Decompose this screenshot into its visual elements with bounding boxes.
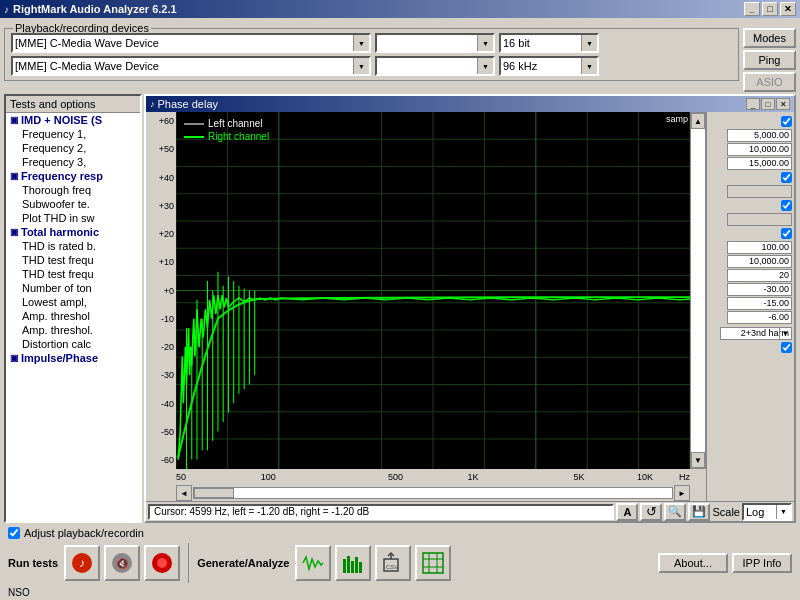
graph-canvas: Left channel Right channel samp <box>176 112 690 469</box>
rp-check-16[interactable] <box>781 342 792 353</box>
y-axis: +60 +50 +40 +30 +20 +10 +0 -10 -20 -30 - <box>146 112 176 469</box>
phase-status-bar: Cursor: 4599 Hz, left = -1.20 dB, right … <box>146 501 794 521</box>
rp-val-2[interactable]: 10,000.00 <box>727 143 792 156</box>
save-button[interactable]: 💾 <box>688 503 710 521</box>
dropdown-arrow[interactable]: ▼ <box>779 328 791 339</box>
device2-select[interactable]: [MME] C-Media Wave Device ▼ <box>11 56 371 76</box>
rp-val-11[interactable]: 20 <box>727 269 792 282</box>
tree-freqresp-category[interactable]: ▣ Frequency resp <box>6 169 140 183</box>
close-button[interactable]: ✕ <box>780 2 796 16</box>
h-scroll-track[interactable] <box>193 487 673 499</box>
rp-val-12[interactable]: -30.00 <box>727 283 792 296</box>
tree-amp1[interactable]: Amp. threshol <box>6 309 140 323</box>
run-test-btn2[interactable]: 🔇 <box>104 545 140 581</box>
tree-plotthd[interactable]: Plot THD in sw <box>6 211 140 225</box>
rp-check-6[interactable] <box>781 200 792 211</box>
tree-impulse-category[interactable]: ▣ Impulse/Phase <box>6 351 140 365</box>
legend-right-label: Right channel <box>208 131 269 142</box>
rp-val-10[interactable]: 10,000.00 <box>727 255 792 268</box>
rp-check-8[interactable] <box>781 228 792 239</box>
record-icon <box>150 551 174 575</box>
nso-label: NSO <box>0 587 800 600</box>
phase-icon: ♪ <box>150 99 155 109</box>
minimize-button[interactable]: _ <box>744 2 760 16</box>
x-axis-labels: 50 100 500 1K 5K 10K Hz <box>176 469 706 485</box>
ping-button[interactable]: Ping <box>743 50 796 70</box>
gen-btn3[interactable]: CSV <box>375 545 411 581</box>
h-scrollbar[interactable]: ◄ ► <box>176 485 706 501</box>
rp-row-16 <box>709 340 792 354</box>
scroll-up-arrow[interactable]: ▲ <box>691 113 705 129</box>
rp-check-4[interactable] <box>781 172 792 183</box>
tree-freq1[interactable]: Frequency 1, <box>6 127 140 141</box>
rp-val-15[interactable]: 2+3nd harm ▼ <box>720 327 792 340</box>
tree-subwoofer[interactable]: Subwoofer te. <box>6 197 140 211</box>
run-tests-label: Run tests <box>8 557 58 569</box>
graph-legend: Left channel Right channel <box>180 116 273 144</box>
device1-select[interactable]: [MME] C-Media Wave Device ▼ <box>11 33 371 53</box>
maximize-button[interactable]: □ <box>762 2 778 16</box>
rp-val-3[interactable]: 15,000.00 <box>727 157 792 170</box>
legend-left-label: Left channel <box>208 118 263 129</box>
generate-label: Generate/Analyze <box>197 557 289 569</box>
tree-thd-category[interactable]: ▣ Total harmonic <box>6 225 140 239</box>
adjust-checkbox[interactable] <box>8 527 20 539</box>
gen-btn4[interactable] <box>415 545 451 581</box>
scroll-right-arrow[interactable]: ► <box>674 485 690 501</box>
channel2-select[interactable]: ▼ <box>375 56 495 76</box>
tree-thdfreq1[interactable]: THD test frequ <box>6 253 140 267</box>
right-values-panel: 5,000.00 10,000.00 15,000.00 <box>706 112 794 501</box>
tree-numtones[interactable]: Number of ton <box>6 281 140 295</box>
spectrum-icon <box>341 551 365 575</box>
phase-minimize[interactable]: _ <box>746 98 760 110</box>
about-button[interactable]: About... <box>658 553 728 573</box>
run-test-btn1[interactable]: ♪ <box>64 545 100 581</box>
tree-thdfreq2[interactable]: THD test frequ <box>6 267 140 281</box>
channel1-select[interactable]: ▼ <box>375 33 495 53</box>
refresh-button[interactable]: ↺ <box>640 503 662 521</box>
rp-check-0[interactable] <box>781 116 792 127</box>
phase-maximize[interactable]: □ <box>761 98 775 110</box>
bitdepth-select[interactable]: 16 bit ▼ <box>499 33 599 53</box>
h-scroll-thumb[interactable] <box>194 488 234 498</box>
rp-row-0 <box>709 114 792 128</box>
gen-btn2[interactable] <box>335 545 371 581</box>
tree-distcalc[interactable]: Distortion calc <box>6 337 140 351</box>
svg-rect-49 <box>359 562 362 573</box>
svg-text:♪: ♪ <box>79 556 85 570</box>
svg-rect-53 <box>421 551 445 575</box>
v-scroll-track[interactable] <box>691 129 705 452</box>
tree-lowest[interactable]: Lowest ampl, <box>6 295 140 309</box>
rp-row-7 <box>709 212 792 226</box>
run-test-btn3[interactable] <box>144 545 180 581</box>
rp-val-9[interactable]: 100.00 <box>727 241 792 254</box>
tests-tree: ▣ IMD + NOISE (S Frequency 1, Frequency … <box>6 113 140 521</box>
phase-title-label: Phase delay <box>158 98 219 110</box>
modes-button[interactable]: Modes <box>743 28 796 48</box>
v-scrollbar[interactable]: ▲ ▼ <box>690 112 706 469</box>
scroll-left-arrow[interactable]: ◄ <box>176 485 192 501</box>
phase-close[interactable]: ✕ <box>776 98 790 110</box>
text-tool-button[interactable]: A <box>616 503 638 521</box>
scale-dropdown-arrow[interactable]: ▼ <box>776 505 790 519</box>
rp-row-10: 10,000.00 <box>709 254 792 268</box>
rp-val-14[interactable]: -6.00 <box>727 311 792 324</box>
asio-button[interactable]: ASIO <box>743 72 796 92</box>
grid-icon <box>421 551 445 575</box>
tree-amp2[interactable]: Amp. threshol. <box>6 323 140 337</box>
scroll-down-arrow[interactable]: ▼ <box>691 452 705 468</box>
tree-thdrated[interactable]: THD is rated b. <box>6 239 140 253</box>
tree-thorough[interactable]: Thorough freq <box>6 183 140 197</box>
samplerate-select[interactable]: 96 kHz ▼ <box>499 56 599 76</box>
rp-row-9: 100.00 <box>709 240 792 254</box>
scale-select[interactable]: Log ▼ <box>742 503 792 521</box>
gen-btn1[interactable] <box>295 545 331 581</box>
export-icon: CSV <box>381 551 405 575</box>
tree-freq2[interactable]: Frequency 2, <box>6 141 140 155</box>
rp-val-13[interactable]: -15.00 <box>727 297 792 310</box>
search-button[interactable]: 🔍 <box>664 503 686 521</box>
tree-freq3[interactable]: Frequency 3, <box>6 155 140 169</box>
tree-imd-category[interactable]: ▣ IMD + NOISE (S <box>6 113 140 127</box>
rp-val-1[interactable]: 5,000.00 <box>727 129 792 142</box>
ipp-button[interactable]: IPP Info <box>732 553 792 573</box>
